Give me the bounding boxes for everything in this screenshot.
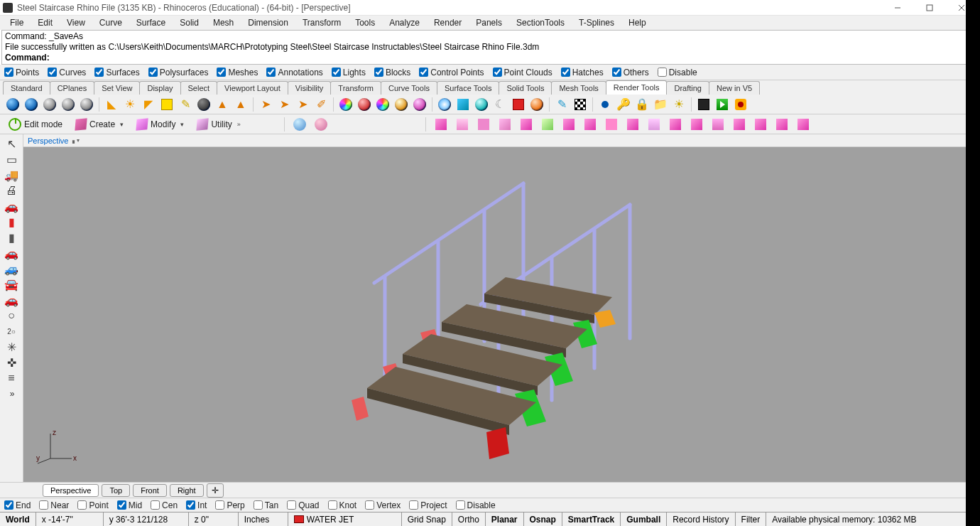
menu-render[interactable]: Render	[427, 16, 469, 29]
menu-help[interactable]: Help	[621, 16, 653, 29]
globe-icon[interactable]	[291, 116, 308, 133]
filter-blocks[interactable]: Blocks	[374, 68, 410, 77]
tab-visibility[interactable]: Visibility	[288, 81, 332, 95]
tab-transform[interactable]: Transform	[330, 81, 381, 95]
edit-mode-button[interactable]: Edit mode	[4, 117, 67, 132]
pencil-icon[interactable]: ✎	[177, 96, 194, 113]
filter-control-points[interactable]: Control Points	[419, 68, 484, 77]
tab-render-tools[interactable]: Render Tools	[606, 80, 668, 95]
status-record-history[interactable]: Record History	[667, 512, 735, 526]
filter-point-clouds[interactable]: Point Clouds	[493, 68, 552, 77]
ts-icon-14[interactable]	[709, 116, 726, 133]
tab-select[interactable]: Select	[180, 81, 218, 95]
tab-standard[interactable]: Standard	[3, 81, 50, 95]
filter-meshes[interactable]: Meshes	[217, 68, 258, 77]
sun-icon-2[interactable]: ☀	[121, 96, 138, 113]
render-sphere-4[interactable]	[60, 96, 77, 113]
ts-icon-1[interactable]	[432, 116, 450, 133]
modify-button[interactable]: Modify▾	[132, 117, 188, 132]
globe-wire-icon[interactable]	[312, 116, 330, 133]
play-icon[interactable]	[714, 96, 731, 113]
ts-icon-17[interactable]	[773, 116, 790, 133]
render-sphere-1[interactable]	[4, 96, 21, 113]
filter-disable[interactable]: Disable	[658, 68, 697, 77]
print-icon[interactable]: 🖨	[4, 184, 19, 197]
sun-icon[interactable]: ◣	[103, 96, 120, 113]
folder-icon[interactable]: 📁	[652, 96, 669, 113]
material-yellow[interactable]	[158, 96, 175, 113]
menu-surface[interactable]: Surface	[129, 16, 173, 29]
menu-t-splines[interactable]: T-Splines	[572, 16, 621, 29]
menu-analyze[interactable]: Analyze	[382, 16, 427, 29]
phone-icon[interactable]: ▮	[4, 215, 19, 228]
record-icon[interactable]	[732, 96, 749, 113]
crosshair-icon[interactable]: ✜	[4, 356, 19, 369]
ts-icon-11[interactable]	[646, 116, 663, 133]
command-prompt[interactable]: Command:	[5, 53, 975, 63]
status-gumball[interactable]: Gumball	[621, 512, 667, 526]
osnap-tan[interactable]: Tan	[254, 500, 278, 510]
ts-icon-10[interactable]	[624, 116, 641, 133]
material-rainbow[interactable]	[374, 96, 391, 113]
add-view-tab[interactable]: ✛	[207, 483, 224, 498]
filter-curves[interactable]: Curves	[48, 68, 86, 77]
status-ortho[interactable]: Ortho	[452, 512, 486, 526]
arrow-icon[interactable]: ➤	[257, 96, 274, 113]
menu-tools[interactable]: Tools	[348, 16, 382, 29]
ts-icon-6[interactable]	[539, 116, 556, 133]
tab-viewport-layout[interactable]: Viewport Layout	[217, 81, 288, 95]
box-red[interactable]	[510, 96, 527, 113]
truck-icon[interactable]: 🚚	[4, 168, 19, 181]
arrow-icon-3[interactable]: ➤	[294, 96, 311, 113]
ts-icon-16[interactable]	[752, 116, 769, 133]
box-color[interactable]	[454, 96, 472, 113]
material-pink[interactable]	[411, 96, 428, 113]
dropper-icon[interactable]: ✎	[553, 96, 570, 113]
tab-curve-tools[interactable]: Curve Tools	[381, 81, 437, 95]
tab-drafting[interactable]: Drafting	[666, 81, 709, 95]
osnap-vertex[interactable]: Vertex	[365, 500, 401, 510]
menu-sectiontools[interactable]: SectionTools	[509, 16, 572, 29]
menu-solid[interactable]: Solid	[173, 16, 206, 29]
osnap-cen[interactable]: Cen	[151, 500, 178, 510]
cone-icon[interactable]: ▲	[214, 96, 231, 113]
menu-curve[interactable]: Curve	[92, 16, 129, 29]
status-planar[interactable]: Planar	[486, 512, 524, 526]
box-cyan[interactable]	[473, 96, 490, 113]
arrow-icon-2[interactable]: ➤	[276, 96, 293, 113]
status-smarttrack[interactable]: SmartTrack	[562, 512, 621, 526]
car-icon-3[interactable]: 🚙	[4, 262, 19, 275]
maximize-button[interactable]	[913, 0, 945, 16]
menu-view[interactable]: View	[60, 16, 92, 29]
cone-icon-2[interactable]: ▲	[232, 96, 249, 113]
car-icon-2[interactable]: 🚗	[4, 247, 19, 259]
osnap-point[interactable]: Point	[77, 500, 108, 510]
dot-blue[interactable]	[597, 96, 614, 113]
osnap-disable[interactable]: Disable	[456, 500, 496, 510]
filter-hatches[interactable]: Hatches	[561, 68, 604, 77]
checker-icon[interactable]	[572, 96, 589, 113]
status-grid-snap[interactable]: Grid Snap	[402, 512, 452, 526]
menu-dimension[interactable]: Dimension	[241, 16, 295, 29]
osnap-end[interactable]: End	[4, 500, 31, 510]
filter-polysurfaces[interactable]: Polysurfaces	[148, 68, 209, 77]
tab-surface-tools[interactable]: Surface Tools	[437, 81, 499, 95]
osnap-project[interactable]: Project	[409, 500, 447, 510]
ts-icon-5[interactable]	[518, 116, 535, 133]
car-icon-1[interactable]: 🚗	[4, 200, 19, 213]
osnap-knot[interactable]: Knot	[328, 500, 357, 510]
status-world[interactable]: World	[0, 512, 36, 526]
tab-new-in-v5[interactable]: New in V5	[709, 81, 760, 95]
status-osnap[interactable]: Osnap	[524, 512, 562, 526]
minimize-button[interactable]	[881, 0, 913, 16]
expand-icon[interactable]: »	[4, 387, 19, 400]
material-red[interactable]	[356, 96, 373, 113]
menu-file[interactable]: File	[3, 16, 31, 29]
texture-icon[interactable]	[528, 96, 545, 113]
car-icon-5[interactable]: 🚗	[4, 294, 19, 306]
filter-surfaces[interactable]: Surfaces	[94, 68, 139, 77]
viewport-dropdown-icon[interactable]: ▖▾	[72, 137, 80, 144]
filter-lights[interactable]: Lights	[332, 68, 366, 77]
ts-icon-18[interactable]	[795, 116, 812, 133]
render-sphere-3[interactable]	[41, 96, 58, 113]
